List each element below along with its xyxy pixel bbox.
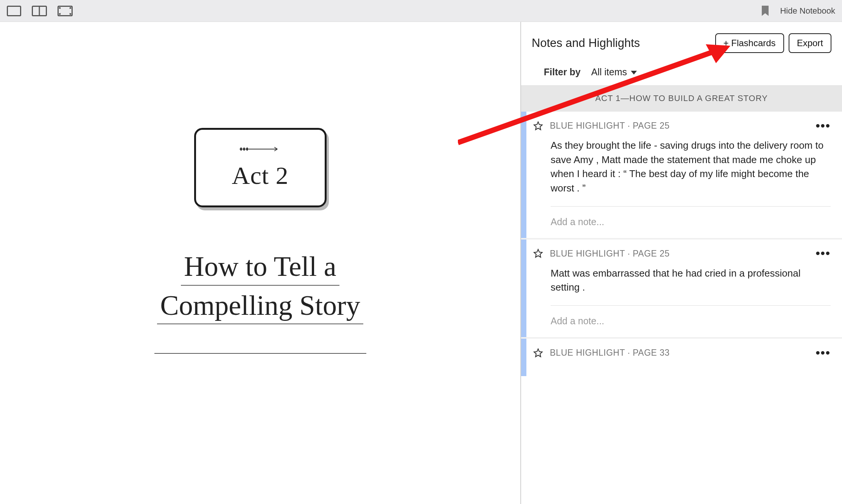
- more-menu-icon[interactable]: •••: [816, 124, 831, 128]
- flashcards-button[interactable]: + Flashcards: [715, 33, 784, 53]
- highlight-item: BLUE HIGHLIGHT · PAGE 25 ••• As they bro…: [521, 112, 842, 240]
- highlight-text: As they brought the life - saving drugs …: [551, 138, 831, 196]
- add-note-input[interactable]: Add a note...: [551, 316, 831, 327]
- fit-page-icon[interactable]: [58, 6, 73, 16]
- bookmark-icon[interactable]: [761, 5, 769, 17]
- chapter-card: Act 2: [194, 128, 327, 207]
- star-icon[interactable]: [533, 249, 543, 258]
- highlight-meta: BLUE HIGHLIGHT · PAGE 25: [550, 121, 809, 131]
- highlight-text: Matt was embarrassed that he had cried i…: [551, 266, 831, 295]
- chevron-down-icon: [631, 71, 637, 75]
- export-button[interactable]: Export: [789, 33, 831, 53]
- filter-dropdown[interactable]: All items: [591, 67, 637, 78]
- star-icon[interactable]: [533, 121, 543, 131]
- top-toolbar: Hide Notebook: [0, 0, 842, 22]
- highlight-color-stripe: [521, 240, 526, 337]
- notebook-title: Notes and Highlights: [532, 36, 711, 50]
- reader-pane: Act 2 How to Tell a Compelling Story: [0, 22, 520, 504]
- highlight-item: BLUE HIGHLIGHT · PAGE 25 ••• Matt was em…: [521, 240, 842, 339]
- highlight-meta: BLUE HIGHLIGHT · PAGE 33: [550, 348, 809, 358]
- two-page-icon[interactable]: [32, 6, 47, 16]
- hide-notebook-button[interactable]: Hide Notebook: [780, 6, 835, 16]
- highlight-meta: BLUE HIGHLIGHT · PAGE 25: [550, 249, 809, 259]
- notebook-panel: Notes and Highlights + Flashcards Export…: [520, 22, 842, 504]
- more-menu-icon[interactable]: •••: [816, 351, 831, 355]
- chapter-subtitle-line2: Compelling Story: [157, 288, 363, 325]
- decorative-underline: [154, 353, 366, 354]
- chapter-act-label: Act 2: [232, 161, 289, 190]
- chapter-subtitle: How to Tell a Compelling Story: [154, 249, 366, 354]
- single-page-icon[interactable]: [7, 6, 21, 16]
- section-header: ACT 1—HOW TO BUILD A GREAT STORY: [521, 85, 842, 112]
- highlight-color-stripe: [521, 339, 526, 376]
- highlight-item: BLUE HIGHLIGHT · PAGE 33 •••: [521, 339, 842, 376]
- add-note-input[interactable]: Add a note...: [551, 216, 831, 227]
- notebook-header: Notes and Highlights + Flashcards Export…: [521, 22, 842, 85]
- chapter-subtitle-line1: How to Tell a: [181, 249, 339, 286]
- highlight-color-stripe: [521, 112, 526, 238]
- more-menu-icon[interactable]: •••: [816, 252, 831, 255]
- filter-value: All items: [591, 67, 627, 78]
- svg-rect-0: [8, 6, 21, 16]
- star-icon[interactable]: [533, 348, 543, 358]
- filter-by-label: Filter by: [544, 67, 581, 78]
- decorative-arrow-icon: [240, 145, 281, 153]
